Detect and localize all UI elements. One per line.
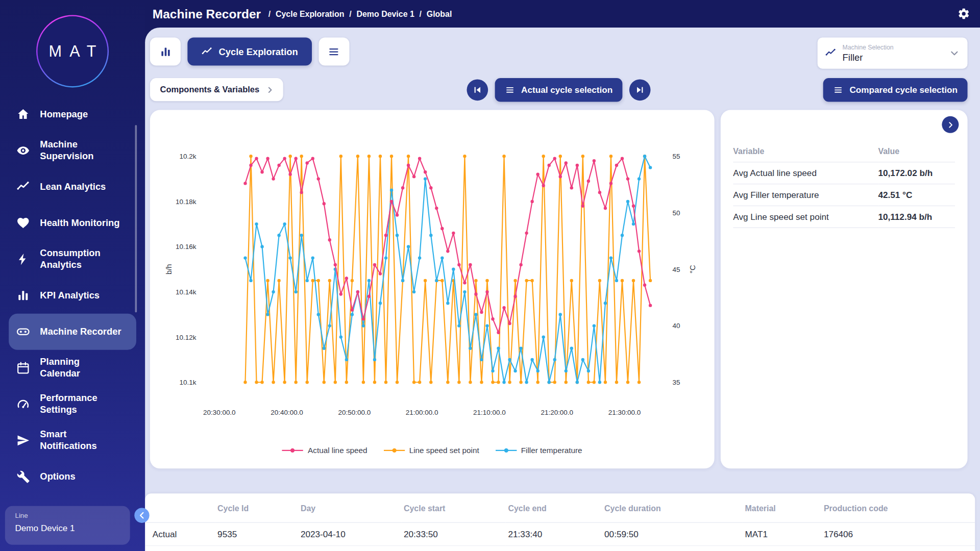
- svg-text:20:50:00.0: 20:50:00.0: [338, 409, 371, 416]
- cycle-row[interactable]: Actual95352023-04-1020:33:5021:33:4000:5…: [145, 522, 975, 545]
- svg-text:40: 40: [673, 322, 680, 330]
- cycle-col-header: Material: [743, 493, 821, 522]
- cycle-col-header: Day: [298, 493, 401, 522]
- svg-text:10.2k: 10.2k: [180, 153, 197, 160]
- sidebar-item-performance-settings[interactable]: Performance Settings: [9, 386, 136, 422]
- sidebar-item-homepage[interactable]: Homepage: [9, 96, 136, 133]
- chart-panel: 10.1k10.12k10.14k10.16k10.18k10.2k354045…: [150, 110, 715, 469]
- svg-text:b/h: b/h: [165, 264, 173, 274]
- sidebar-item-smart-notifications[interactable]: Smart Notifications: [9, 422, 136, 459]
- legend-swatch: [495, 447, 517, 454]
- eye-icon: [16, 144, 30, 158]
- app-window: MAT HomepageMachine SupervisionLean Anal…: [0, 0, 980, 551]
- machine-selection-dropdown[interactable]: Machine Selection Filler: [818, 37, 968, 68]
- chevron-down-icon: [949, 47, 960, 59]
- trend-icon: [825, 47, 836, 59]
- sidebar: MAT HomepageMachine SupervisionLean Anal…: [0, 0, 145, 551]
- hamburger-icon: [834, 85, 844, 95]
- svg-text:21:20:00.0: 21:20:00.0: [541, 409, 573, 416]
- logo-ring: MAT: [36, 15, 109, 87]
- recorder-icon: [16, 325, 30, 339]
- svg-text:45: 45: [673, 266, 680, 273]
- device-card[interactable]: Line Demo Device 1: [5, 506, 130, 545]
- cycle-row-label: Actual: [145, 522, 215, 545]
- menu-view-button[interactable]: [318, 37, 349, 65]
- breadcrumb-item[interactable]: Cycle Exploration: [276, 9, 344, 18]
- sidebar-item-consumption-analytics[interactable]: Consumption Analytics: [9, 241, 136, 278]
- next-cycle-button[interactable]: [629, 79, 651, 101]
- sidebar-item-label: Lean Analytics: [40, 181, 106, 193]
- legend-item-line-speed-set-point[interactable]: Line speed set point: [383, 446, 479, 455]
- settings-button[interactable]: [958, 8, 970, 20]
- sidebar-item-label: Machine Recorder: [40, 326, 121, 338]
- bar-chart-icon: [159, 45, 172, 58]
- breadcrumb-item[interactable]: Global: [427, 9, 452, 18]
- sidebar-item-label: Health Monitoring: [40, 217, 119, 229]
- sidebar-scrollbar[interactable]: [135, 125, 137, 312]
- cycle-col-header: Cycle duration: [602, 493, 743, 522]
- sidebar-item-label: Consumption Analytics: [40, 247, 100, 271]
- components-variables-button[interactable]: Components & Variables: [150, 78, 283, 101]
- hamburger-icon: [505, 85, 515, 95]
- cycle-col-header: Production code: [821, 493, 975, 522]
- legend-label: Filler temperature: [521, 446, 582, 455]
- breadcrumb-separator: /: [268, 9, 271, 18]
- variable-row: Avg Actual line speed10,172.02 b/h: [733, 162, 955, 184]
- hamburger-icon: [328, 45, 340, 58]
- chart-legend: Actual line speedLine speed set pointFil…: [162, 446, 702, 455]
- bar-chart-view-button[interactable]: [150, 37, 181, 65]
- cycle-cell: 20:33:50: [401, 522, 505, 545]
- svg-text:10.16k: 10.16k: [176, 243, 197, 251]
- variable-row: Avg Line speed set point10,112.94 b/h: [733, 206, 955, 228]
- gauge-icon: [16, 397, 30, 411]
- bars-icon: [16, 289, 30, 303]
- breadcrumb: /Cycle Exploration/Demo Device 1/Global: [268, 9, 452, 18]
- chevron-right-icon: [946, 120, 954, 129]
- cycle-exploration-tab[interactable]: Cycle Exploration: [187, 37, 311, 65]
- device-card-label: Line: [15, 512, 120, 519]
- machine-selection-label: Machine Selection: [843, 44, 943, 51]
- sidebar-nav: HomepageMachine SupervisionLean Analytic…: [0, 96, 145, 495]
- actual-cycle-selection-button[interactable]: Actual cycle selection: [495, 78, 623, 102]
- skip-forward-icon: [635, 85, 645, 95]
- sidebar-item-options[interactable]: Options: [9, 459, 136, 495]
- variable-value: 10,172.02 b/h: [878, 162, 955, 184]
- trend-icon: [16, 180, 30, 194]
- sidebar-item-label: Homepage: [40, 109, 88, 120]
- legend-item-filler-temperature[interactable]: Filler temperature: [495, 446, 582, 455]
- home-icon: [16, 108, 30, 121]
- cycle-chart[interactable]: 10.1k10.12k10.14k10.16k10.18k10.2k354045…: [162, 131, 700, 425]
- page-title: Machine Recorder: [153, 7, 261, 21]
- variables-panel: Variable Value Avg Actual line speed10,1…: [721, 110, 968, 469]
- main-content: Cycle Exploration Machine Selection Fill…: [145, 28, 980, 551]
- breadcrumb-item[interactable]: Demo Device 1: [357, 9, 414, 18]
- sidebar-item-health-monitoring[interactable]: Health Monitoring: [9, 205, 136, 241]
- legend-item-actual-line-speed[interactable]: Actual line speed: [282, 446, 368, 455]
- sidebar-item-lean-analytics[interactable]: Lean Analytics: [9, 169, 136, 205]
- collapse-panel-button[interactable]: [942, 116, 959, 133]
- calendar-icon: [16, 361, 30, 375]
- variable-row: Avg Filler temperature42.51 °C: [733, 184, 955, 206]
- svg-text:55: 55: [673, 153, 680, 160]
- variable-value: 10,112.94 b/h: [878, 206, 955, 228]
- cycle-cell: 176406: [821, 522, 975, 545]
- variables-col-header: Variable: [733, 141, 878, 162]
- heart-icon: [16, 216, 30, 230]
- app-logo: MAT: [0, 15, 145, 87]
- sidebar-item-planning-calendar[interactable]: Planning Calendar: [9, 350, 136, 386]
- compared-cycle-selection-button[interactable]: Compared cycle selection: [823, 78, 968, 102]
- sidebar-item-machine-recorder[interactable]: Machine Recorder: [9, 314, 136, 350]
- sidebar-item-machine-supervision[interactable]: Machine Supervision: [9, 133, 136, 169]
- svg-text:35: 35: [673, 379, 680, 386]
- cycle-cell: 9535: [215, 522, 298, 545]
- cycle-table-panel: Cycle IdDayCycle startCycle endCycle dur…: [145, 493, 975, 551]
- sidebar-item-label: KPI Analytics: [40, 290, 100, 302]
- cycle-table: Cycle IdDayCycle startCycle endCycle dur…: [145, 493, 975, 546]
- sidebar-item-label: Options: [40, 471, 75, 483]
- svg-text:20:40:00.0: 20:40:00.0: [271, 409, 303, 416]
- sidebar-item-kpi-analytics[interactable]: KPI Analytics: [9, 278, 136, 314]
- sidebar-item-label: Smart Notifications: [40, 429, 96, 452]
- svg-text:50: 50: [673, 209, 680, 217]
- sidebar-collapse-button[interactable]: [134, 508, 149, 523]
- previous-cycle-button[interactable]: [467, 79, 488, 101]
